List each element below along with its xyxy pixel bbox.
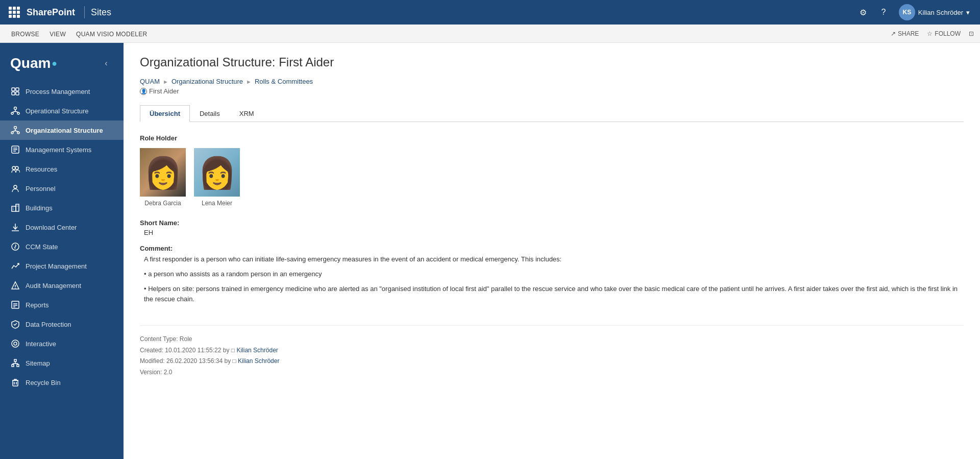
sidebar-label: Process Management: [26, 88, 90, 95]
sidebar-logo-area: Quam● ‹: [0, 47, 124, 82]
created-line: Created: 10.01.2020 11:55:22 by □ Kilian…: [140, 345, 964, 356]
svg-rect-2: [12, 92, 15, 95]
tab-xrm[interactable]: XRM: [230, 105, 264, 122]
role-holder-name-lena: Lena Meier: [202, 200, 232, 207]
sidebar-item-buildings[interactable]: Buildings: [0, 198, 124, 218]
sidebar-item-sitemap[interactable]: Sitemap: [0, 353, 124, 373]
sidebar-item-download-center[interactable]: Download Center: [0, 218, 124, 237]
svg-line-14: [12, 131, 15, 132]
waffle-menu[interactable]: [6, 4, 22, 20]
svg-rect-41: [14, 359, 16, 361]
sidebar-item-audit-management[interactable]: Audit Management: [0, 276, 124, 295]
personnel-icon: [10, 183, 20, 194]
layout: Quam● ‹ Process Management: [0, 43, 980, 459]
tab-ubersicht[interactable]: Übersicht: [140, 105, 190, 122]
sidebar-label: Management Systems: [26, 146, 91, 154]
short-name-value: EH: [140, 229, 964, 236]
svg-rect-0: [12, 88, 15, 91]
process-management-icon: [10, 86, 20, 96]
sidebar-item-process-management[interactable]: Process Management: [0, 82, 124, 101]
sidebar-label: Interactive: [26, 340, 56, 348]
sidebar-label: Resources: [26, 165, 57, 173]
user-menu[interactable]: KS Kilian Schröder ▾: [895, 4, 974, 20]
role-holder-name-debra: Debra Garcia: [144, 200, 181, 207]
svg-point-40: [14, 342, 17, 345]
comment-line-1: A first responder is a person who can in…: [144, 254, 964, 265]
svg-point-5: [11, 112, 13, 114]
chevron-down-icon: ▾: [966, 9, 970, 16]
focus-button[interactable]: ⊡: [969, 30, 974, 37]
sidebar-label: CCM State: [26, 243, 58, 251]
sidebar-label: Download Center: [26, 224, 77, 231]
sidebar-label: Personnel: [26, 185, 56, 192]
svg-point-6: [17, 112, 19, 114]
sidebar-item-operational-structure[interactable]: Operational Structure: [0, 101, 124, 120]
svg-point-12: [17, 132, 19, 134]
sites-label[interactable]: Sites: [91, 7, 111, 18]
nav-quam-visio[interactable]: QUAM VISIO MODELER: [71, 25, 152, 43]
user-name: Kilian Schröder: [918, 9, 963, 16]
nav-browse[interactable]: BROWSE: [6, 25, 44, 43]
svg-point-22: [14, 185, 17, 188]
svg-point-4: [14, 107, 17, 110]
sidebar-label: Data Protection: [26, 321, 71, 328]
sidebar-label: Audit Management: [26, 282, 81, 289]
help-icon[interactable]: ?: [874, 3, 893, 21]
breadcrumb-sep-1: ►: [163, 79, 168, 85]
comment-line-3: • Helpers on site: persons trained in em…: [144, 284, 964, 305]
sidebar-item-project-management[interactable]: Project Management: [0, 256, 124, 276]
svg-point-39: [12, 340, 19, 347]
sidebar-item-management-systems[interactable]: Management Systems: [0, 140, 124, 159]
sidebar-item-reports[interactable]: Reports: [0, 295, 124, 315]
svg-line-15: [15, 131, 18, 132]
app-name[interactable]: SharePoint: [27, 7, 75, 18]
role-holder-card: Debra Garcia: [140, 148, 186, 207]
settings-icon[interactable]: ⚙: [854, 3, 872, 21]
sidebar-label: Operational Structure: [26, 107, 89, 115]
svg-line-9: [15, 111, 18, 112]
sidebar-item-data-protection[interactable]: Data Protection: [0, 315, 124, 334]
sidebar-item-organizational-structure[interactable]: Organizational Structure: [0, 120, 124, 140]
role-holders: Debra Garcia Lena Meier: [140, 148, 964, 207]
share-button[interactable]: ↗ SHARE: [891, 30, 919, 37]
svg-point-11: [11, 132, 13, 134]
toolbar-actions: ↗ SHARE ☆ FOLLOW ⊡: [891, 30, 974, 37]
sidebar-item-personnel[interactable]: Personnel: [0, 179, 124, 198]
reports-icon: [10, 300, 20, 310]
sidebar-item-interactive[interactable]: Interactive: [0, 334, 124, 353]
avatar: KS: [899, 4, 915, 20]
svg-line-8: [12, 111, 15, 112]
star-icon: ☆: [927, 30, 933, 37]
modified-label: Modified: 26.02.2020 13:56:34 by: [140, 357, 231, 365]
content-type: Content Type: Role: [140, 334, 964, 345]
created-label: Created: 10.01.2020 11:55:22 by: [140, 347, 229, 354]
organizational-structure-icon: [10, 125, 20, 135]
sidebar-label: Sitemap: [26, 359, 50, 367]
comment-line-2: • a person who assists as a random perso…: [144, 269, 964, 280]
nav-view[interactable]: VIEW: [44, 25, 71, 43]
modified-by-link[interactable]: Kilian Schröder: [238, 357, 279, 365]
svg-rect-48: [13, 380, 18, 386]
breadcrumb-level2[interactable]: Rolls & Committees: [255, 78, 313, 85]
breadcrumb-current: 👤 First Aider: [140, 87, 964, 95]
tab-details[interactable]: Details: [190, 105, 230, 122]
management-systems-icon: [10, 144, 20, 155]
sidebar-item-ccm-state[interactable]: CCM State: [0, 237, 124, 256]
breadcrumb-level1[interactable]: Organizational Structure: [172, 78, 243, 85]
main-content: Organizational Structure: First Aider QU…: [124, 43, 980, 459]
sidebar-item-resources[interactable]: Resources: [0, 159, 124, 179]
comment-label: Comment:: [140, 245, 964, 252]
sidebar-item-recycle-bin[interactable]: Recycle Bin: [0, 373, 124, 392]
follow-button[interactable]: ☆ FOLLOW: [927, 30, 961, 37]
svg-point-34: [15, 287, 16, 288]
svg-rect-24: [16, 204, 19, 211]
role-holder-card-lena: Lena Meier: [194, 148, 240, 207]
buildings-icon: [10, 203, 20, 213]
sidebar-label: Project Management: [26, 262, 87, 270]
sidebar-label: Buildings: [26, 204, 53, 212]
created-by-icon: □: [231, 347, 237, 354]
breadcrumb-root[interactable]: QUAM: [140, 78, 160, 85]
created-by-link[interactable]: Kilian Schröder: [236, 347, 278, 354]
svg-rect-35: [12, 301, 19, 308]
sidebar-collapse-button[interactable]: ‹: [99, 56, 113, 70]
